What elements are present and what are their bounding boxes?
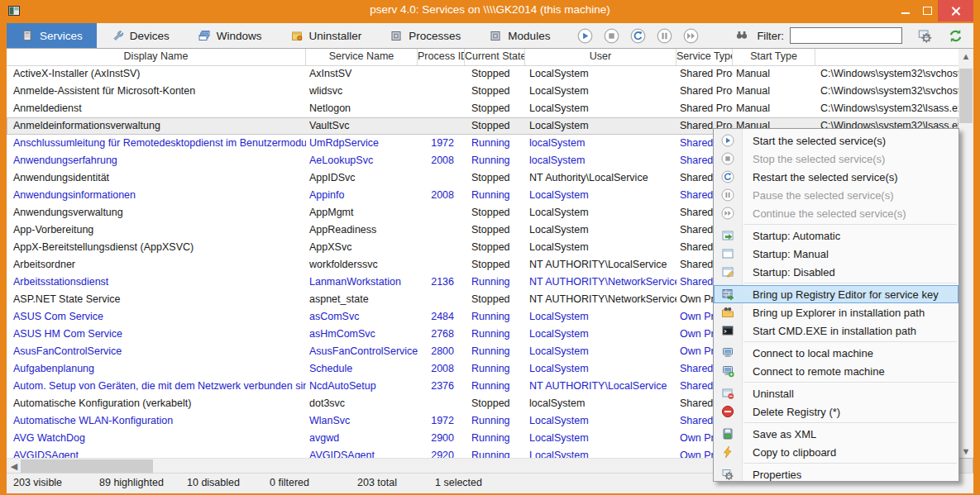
table-row[interactable]: AnmeldedienstNetlogonStoppedLocalSystemS… — [7, 100, 958, 117]
service-name-cell: asHmComSvc — [306, 326, 418, 343]
service-type-cell: Shared Process — [676, 100, 733, 117]
menu-item[interactable]: Pause the selected service(s) — [714, 186, 958, 204]
display-name-cell: Automatische WLAN-Konfiguration — [7, 412, 306, 430]
filter-input[interactable] — [790, 27, 902, 44]
menu-item[interactable]: Restart the selected service(s) — [714, 168, 958, 186]
column-header-service-name[interactable]: Service Name — [306, 49, 418, 65]
refresh-icon[interactable] — [948, 28, 963, 44]
stop-button[interactable] — [604, 28, 619, 44]
display-name-cell: Aufgabenplanung — [7, 360, 306, 378]
menu-item[interactable]: Startup: Disabled — [714, 263, 958, 281]
menu-item-label: Delete Registry (*) — [742, 406, 840, 418]
menu-item-label: Pause the selected service(s) — [742, 189, 894, 202]
process-id-cell — [418, 117, 465, 135]
user-cell: LocalSystem — [525, 204, 676, 221]
table-row[interactable]: ActiveX-Installer (AxInstSV)AxInstSVStop… — [7, 65, 958, 83]
menu-item[interactable]: Connect to remote machine — [714, 362, 958, 380]
user-cell: LocalSystem — [525, 412, 676, 430]
display-name-cell: Automatische Konfiguration (verkabelt) — [7, 395, 306, 412]
menu-item[interactable]: Start CMD.EXE in installation path — [714, 321, 958, 340]
scroll-up-icon[interactable]: ▲︎ — [958, 51, 973, 61]
play-button[interactable] — [577, 28, 593, 44]
menu-item[interactable]: Copy to clipboard — [714, 443, 958, 461]
process-id-cell: 2136 — [418, 274, 465, 291]
menu-item[interactable]: Save as XML — [714, 425, 958, 443]
menu-item[interactable]: Start the selected service(s) — [714, 131, 958, 150]
minimize-button[interactable] — [895, 0, 916, 21]
tab-services[interactable]: Services — [7, 23, 97, 48]
process-id-cell: 2008 — [418, 187, 465, 204]
current-state-cell: Stopped — [465, 291, 525, 308]
server-icon — [21, 29, 34, 42]
horizontal-scroll-thumb[interactable] — [21, 459, 153, 474]
column-header-current-state[interactable]: Current State — [465, 49, 525, 65]
tab-label: Uninstaller — [309, 30, 362, 42]
menu-separator — [743, 224, 957, 225]
menu-item[interactable]: Uninstall — [714, 384, 958, 402]
column-header-path[interactable] — [815, 49, 958, 65]
scroll-down-icon[interactable]: ▼︎ — [958, 446, 973, 456]
menu-item[interactable]: Properties — [714, 465, 958, 483]
user-cell: LocalSystem — [525, 239, 676, 256]
menu-item[interactable]: Stop the selected service(s) — [714, 150, 958, 168]
menu-item[interactable]: Startup: Automatic — [714, 226, 958, 245]
vertical-scroll-thumb[interactable] — [959, 69, 973, 123]
current-state-cell: Stopped — [465, 221, 525, 239]
maximize-icon — [923, 7, 932, 15]
menu-item[interactable]: Bring up Explorer in installation path — [714, 303, 958, 321]
circle-pause-icon — [714, 188, 742, 202]
tab-label: Windows — [217, 30, 262, 42]
status-visible: 203 visible — [13, 477, 62, 488]
menu-separator — [743, 341, 957, 342]
current-state-cell: Running — [465, 447, 525, 458]
table-row[interactable]: Anmelde-Assistent für Microsoft-Kontenwl… — [7, 83, 958, 100]
continue-button[interactable] — [683, 28, 699, 44]
service-name-cell: AeLookupSvc — [306, 152, 418, 169]
properties-gear-icon[interactable] — [917, 28, 933, 44]
column-header-display-name[interactable]: Display Name — [7, 49, 306, 65]
current-state-cell: Stopped — [465, 204, 525, 221]
menu-item[interactable]: Delete Registry (*) — [714, 402, 958, 421]
tab-processes[interactable]: Processes — [375, 23, 475, 48]
service-name-cell: AxInstSV — [306, 65, 418, 83]
tab-devices[interactable]: Devices — [97, 23, 184, 48]
tab-windows[interactable]: Windows — [184, 23, 276, 48]
context-menu: Start the selected service(s)Stop the se… — [713, 128, 959, 482]
pause-button[interactable] — [657, 28, 672, 44]
current-state-cell: Running — [465, 135, 525, 152]
column-header-process-id[interactable]: Process ID — [418, 49, 465, 65]
current-state-cell: Running — [465, 343, 525, 360]
tab-modules[interactable]: Modules — [475, 23, 564, 48]
current-state-cell: Running — [465, 430, 525, 447]
user-cell: NT AUTHORITY\NetworkService — [525, 291, 676, 308]
close-button[interactable] — [938, 0, 973, 21]
process-id-cell: 1972 — [418, 135, 465, 152]
user-cell: localSystem — [525, 395, 676, 412]
display-name-cell: AsusFanControlService — [7, 343, 306, 360]
service-name-cell: WlanSvc — [306, 412, 418, 430]
column-header-user[interactable]: User — [525, 49, 676, 65]
user-cell: LocalSystem — [525, 326, 676, 343]
scroll-left-icon[interactable]: ◀︎ — [7, 461, 22, 472]
display-name-cell: AVGIDSAgent — [7, 447, 306, 458]
process-icon — [489, 29, 502, 42]
menu-item[interactable]: Bring up Registry Editor for service key — [714, 285, 958, 303]
process-id-cell: 2900 — [418, 430, 465, 447]
binary-path-cell: C:\Windows\system32\svchost.exe — [815, 65, 958, 83]
status-total: 203 total — [357, 477, 397, 488]
service-name-cell: asComSvc — [306, 308, 418, 326]
menu-item[interactable]: Startup: Manual — [714, 245, 958, 263]
restart-button[interactable] — [630, 28, 646, 44]
window-green-arrow-icon — [714, 229, 742, 242]
display-name-cell: ASUS Com Service — [7, 308, 306, 326]
menu-item[interactable]: Continue the selected service(s) — [714, 204, 958, 222]
service-name-cell: wlidsvc — [306, 83, 418, 100]
tab-uninstaller[interactable]: Uninstaller — [276, 23, 376, 48]
service-name-cell: AsusFanControlService — [306, 343, 418, 360]
menu-item[interactable]: Connect to local machine — [714, 344, 958, 362]
column-header-service-type[interactable]: Service Type — [676, 49, 733, 65]
column-header-start-type[interactable]: Start Type — [733, 49, 815, 65]
vertical-scrollbar[interactable]: ▲︎ ▼︎ — [958, 49, 973, 458]
user-cell: NT AUTHORITY\LocalService — [525, 378, 676, 395]
maximize-button[interactable] — [916, 0, 938, 21]
